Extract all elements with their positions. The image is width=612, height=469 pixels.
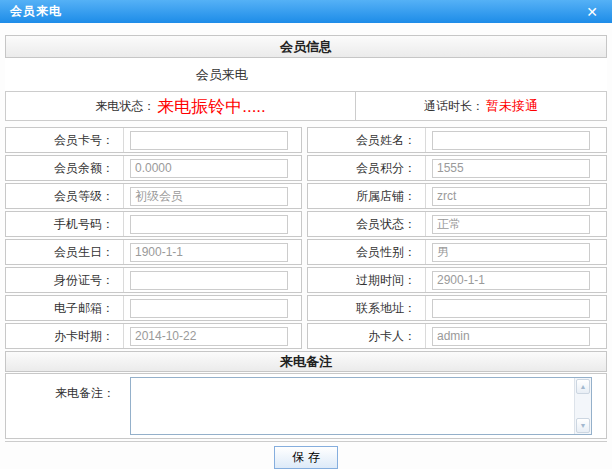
expiry-date-input[interactable] <box>432 271 590 290</box>
dialog-title: 会员来电 <box>10 3 62 20</box>
form-row: 办卡时期：办卡人： <box>5 323 607 349</box>
member-level-input[interactable] <box>130 187 288 206</box>
caller-row: 会员来电 <box>5 58 607 91</box>
field-member-balance: 会员余额： <box>5 155 302 181</box>
member-store-input[interactable] <box>432 187 590 206</box>
form-row: 身份证号：过期时间： <box>5 267 607 293</box>
field-expiry-date: 过期时间： <box>307 267 607 293</box>
member-level-label: 会员等级： <box>6 184 124 208</box>
member-gender-input[interactable] <box>432 243 590 262</box>
remark-textarea[interactable] <box>131 378 574 434</box>
caller-title: 会员来电 <box>5 66 438 84</box>
email-input[interactable] <box>130 299 288 318</box>
member-gender-label: 会员性别： <box>308 240 426 264</box>
field-member-birthday: 会员生日： <box>5 239 302 265</box>
field-mobile-number: 手机号码： <box>5 211 302 237</box>
id-card-number-input[interactable] <box>130 271 288 290</box>
form-row: 会员卡号：会员姓名： <box>5 127 607 153</box>
form-row: 会员生日：会员性别： <box>5 239 607 265</box>
save-button[interactable]: 保 存 <box>274 446 338 469</box>
card-issuer-input[interactable] <box>432 327 590 346</box>
form-row: 会员等级：所属店铺： <box>5 183 607 209</box>
member-balance-label: 会员余额： <box>6 156 124 180</box>
remark-label: 来电备注： <box>6 374 124 438</box>
dialog-titlebar: 会员来电 ✕ <box>0 0 612 23</box>
form-row: 电子邮箱：联系地址： <box>5 295 607 321</box>
mobile-number-label: 手机号码： <box>6 212 124 236</box>
card-issuer-label: 办卡人： <box>308 324 426 348</box>
member-status-input[interactable] <box>432 215 590 234</box>
member-form: 会员卡号：会员姓名：会员余额：会员积分：会员等级：所属店铺：手机号码：会员状态：… <box>5 127 607 349</box>
member-balance-input[interactable] <box>130 159 288 178</box>
scroll-up-icon[interactable]: ▲ <box>576 379 590 394</box>
member-points-input[interactable] <box>432 159 590 178</box>
call-duration-value: 暂未接通 <box>486 97 538 115</box>
field-member-store: 所属店铺： <box>307 183 607 209</box>
card-issue-date-label: 办卡时期： <box>6 324 124 348</box>
field-member-gender: 会员性别： <box>307 239 607 265</box>
field-contact-address: 联系地址： <box>307 295 607 321</box>
contact-address-label: 联系地址： <box>308 296 426 320</box>
field-member-level: 会员等级： <box>5 183 302 209</box>
expiry-date-label: 过期时间： <box>308 268 426 292</box>
call-duration-cell: 通话时长： 暂未接通 <box>356 92 606 120</box>
member-card-no-label: 会员卡号： <box>6 128 124 152</box>
member-status-label: 会员状态： <box>308 212 426 236</box>
mobile-number-input[interactable] <box>130 215 288 234</box>
form-row: 手机号码：会员状态： <box>5 211 607 237</box>
member-points-label: 会员积分： <box>308 156 426 180</box>
scroll-down-icon[interactable]: ▼ <box>576 418 590 433</box>
field-id-card-number: 身份证号： <box>5 267 302 293</box>
dialog-body: 会员信息 会员来电 来电状态： 来电振铃中..... 通话时长： 暂未接通 会员… <box>0 35 612 469</box>
member-store-label: 所属店铺： <box>308 184 426 208</box>
remark-header: 来电备注 <box>5 351 607 372</box>
contact-address-input[interactable] <box>432 299 590 318</box>
field-member-status: 会员状态： <box>307 211 607 237</box>
call-status-value: 来电振铃中..... <box>157 95 266 118</box>
member-birthday-label: 会员生日： <box>6 240 124 264</box>
member-name-label: 会员姓名： <box>308 128 426 152</box>
email-label: 电子邮箱： <box>6 296 124 320</box>
call-status-row: 来电状态： 来电振铃中..... 通话时长： 暂未接通 <box>5 91 607 121</box>
member-name-input[interactable] <box>432 131 590 150</box>
field-card-issuer: 办卡人： <box>307 323 607 349</box>
id-card-number-label: 身份证号： <box>6 268 124 292</box>
textarea-scrollbar[interactable]: ▲ ▼ <box>574 378 591 434</box>
form-row: 会员余额：会员积分： <box>5 155 607 181</box>
call-status-label: 来电状态： <box>95 98 155 115</box>
dialog-footer: 保 存 <box>5 441 607 469</box>
close-icon[interactable]: ✕ <box>582 3 602 21</box>
call-status-cell: 来电状态： 来电振铃中..... <box>6 92 356 120</box>
field-email: 电子邮箱： <box>5 295 302 321</box>
member-info-header: 会员信息 <box>5 35 607 58</box>
member-card-no-input[interactable] <box>130 131 288 150</box>
call-duration-label: 通话时长： <box>424 98 484 115</box>
field-member-points: 会员积分： <box>307 155 607 181</box>
card-issue-date-input[interactable] <box>130 327 288 346</box>
remark-row: 来电备注： ▲ ▼ <box>5 373 607 439</box>
member-birthday-input[interactable] <box>130 243 288 262</box>
field-member-name: 会员姓名： <box>307 127 607 153</box>
remark-textarea-frame: ▲ ▼ <box>130 377 592 435</box>
field-member-card-no: 会员卡号： <box>5 127 302 153</box>
field-card-issue-date: 办卡时期： <box>5 323 302 349</box>
